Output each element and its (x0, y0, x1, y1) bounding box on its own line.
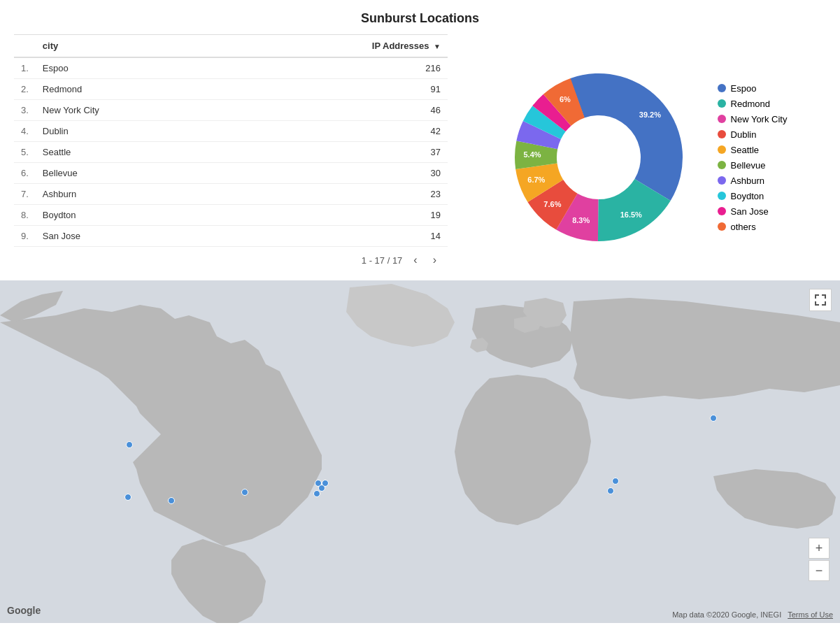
donut-chart: 39.2%16.5%8.3%7.6%6.7%5.4%6% (501, 59, 697, 255)
row-city: Boydton (36, 205, 225, 226)
row-city: Seattle (36, 142, 225, 163)
map-pin[interactable] (313, 490, 320, 497)
table-row: 1. Espoo 216 (14, 57, 448, 79)
pagination: 1 - 17 / 17 ‹ › (14, 247, 448, 273)
map-pin[interactable] (124, 494, 131, 501)
chart-label: 5.4% (523, 150, 541, 159)
legend-item: Ashburn (718, 176, 788, 186)
table-row: 6. Bellevue 30 (14, 163, 448, 184)
zoom-out-button[interactable]: − (809, 560, 830, 581)
legend-item: San Jose (718, 206, 788, 217)
row-rank: 1. (14, 57, 36, 79)
chart-label: 39.2% (639, 110, 660, 119)
chart-section: 39.2%16.5%8.3%7.6%6.7%5.4%6% Espoo Redmo… (462, 34, 826, 273)
legend-label: New York City (731, 114, 788, 124)
legend-label: Ashburn (731, 176, 764, 186)
chart-legend: Espoo Redmond New York City Dublin Seatt… (718, 83, 788, 232)
table-row: 2. Redmond 91 (14, 79, 448, 100)
legend-item: Seattle (718, 145, 788, 155)
col-rank (14, 35, 36, 58)
table-row: 9. San Jose 14 (14, 226, 448, 247)
map-pin[interactable] (612, 478, 619, 485)
legend-label: Boydton (731, 191, 764, 201)
map-pin[interactable] (241, 489, 248, 496)
map-pin[interactable] (126, 441, 133, 448)
page-title: Sunburst Locations (0, 0, 840, 34)
map-pin[interactable] (168, 497, 175, 504)
map-pin[interactable] (607, 487, 614, 494)
chart-label: 8.3% (572, 216, 590, 224)
chart-label: 16.5% (620, 210, 641, 219)
legend-label: Espoo (731, 83, 757, 94)
legend-item: Boydton (718, 191, 788, 201)
row-ip: 91 (225, 79, 448, 100)
table-row: 4. Dublin 42 (14, 121, 448, 142)
next-page-button[interactable]: › (429, 252, 441, 268)
row-ip: 14 (225, 226, 448, 247)
legend-dot (718, 84, 726, 92)
row-city: Redmond (36, 79, 225, 100)
row-city: Dublin (36, 121, 225, 142)
table-row: 5. Seattle 37 (14, 142, 448, 163)
legend-dot (718, 222, 726, 231)
legend-item: others (718, 222, 788, 232)
legend-item: Dublin (718, 129, 788, 140)
row-rank: 8. (14, 205, 36, 226)
map-pin[interactable] (710, 415, 717, 422)
row-rank: 4. (14, 121, 36, 142)
chart-label: 6.7% (527, 176, 545, 184)
fullscreen-button[interactable] (809, 289, 832, 311)
table-row: 7. Ashburn 23 (14, 184, 448, 205)
row-city: Espoo (36, 57, 225, 79)
legend-item: Espoo (718, 83, 788, 94)
donut-hole (558, 117, 639, 198)
row-city: Bellevue (36, 163, 225, 184)
prev-page-button[interactable]: ‹ (409, 252, 421, 268)
legend-dot (718, 176, 726, 185)
zoom-in-button[interactable]: + (809, 538, 830, 559)
map-container: + − Google Map data ©2020 Google, INEGI … (0, 280, 840, 623)
row-ip: 23 (225, 184, 448, 205)
legend-item: Redmond (718, 99, 788, 109)
map-pin[interactable] (322, 480, 329, 487)
row-rank: 9. (14, 226, 36, 247)
row-rank: 2. (14, 79, 36, 100)
row-ip: 30 (225, 163, 448, 184)
pagination-info: 1 - 17 / 17 (362, 255, 403, 266)
row-ip: 42 (225, 121, 448, 142)
row-ip: 216 (225, 57, 448, 79)
row-rank: 7. (14, 184, 36, 205)
data-table: city IP Addresses ▼ 1. Espoo 216 2. Redm… (14, 34, 448, 273)
legend-label: others (731, 222, 756, 232)
col-city[interactable]: city (36, 35, 225, 58)
row-rank: 6. (14, 163, 36, 184)
table-row: 3. New York City 46 (14, 100, 448, 121)
row-rank: 3. (14, 100, 36, 121)
map-background: + − Google Map data ©2020 Google, INEGI … (0, 280, 840, 623)
legend-dot (718, 161, 726, 169)
terms-link[interactable]: Terms of Use (788, 610, 833, 619)
row-ip: 19 (225, 205, 448, 226)
legend-dot (718, 130, 726, 138)
legend-label: Redmond (731, 99, 770, 109)
row-rank: 5. (14, 142, 36, 163)
chart-label: 6% (559, 95, 570, 103)
legend-dot (718, 145, 726, 154)
col-ip[interactable]: IP Addresses ▼ (225, 35, 448, 58)
sort-icon: ▼ (434, 43, 441, 50)
row-city: New York City (36, 100, 225, 121)
row-city: San Jose (36, 226, 225, 247)
legend-label: Dublin (731, 129, 757, 140)
map-attribution: Map data ©2020 Google, INEGI Terms of Us… (672, 610, 833, 619)
table-row: 8. Boydton 19 (14, 205, 448, 226)
map-zoom-controls: + − (809, 538, 830, 581)
legend-dot (718, 115, 726, 123)
legend-item: Bellevue (718, 160, 788, 171)
legend-label: San Jose (731, 206, 769, 217)
row-ip: 37 (225, 142, 448, 163)
legend-dot (718, 99, 726, 108)
legend-label: Seattle (731, 145, 759, 155)
legend-item: New York City (718, 114, 788, 124)
row-city: Ashburn (36, 184, 225, 205)
legend-dot (718, 207, 726, 215)
